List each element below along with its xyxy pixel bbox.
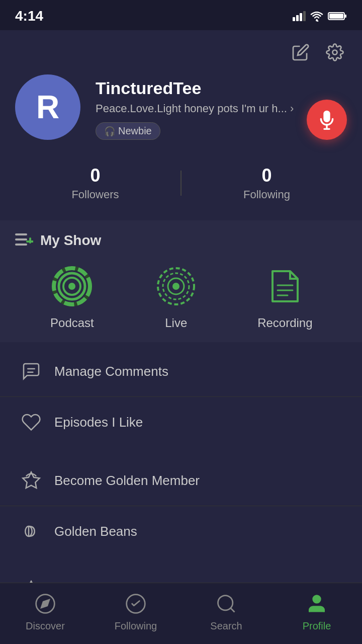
- headphone-icon: 🎧: [104, 126, 115, 137]
- nav-discover[interactable]: Discover: [0, 591, 90, 632]
- nav-following[interactable]: Following: [90, 591, 181, 632]
- recording-item[interactable]: Recording: [257, 264, 312, 330]
- menu-section-1: Manage Comments Episodes I Like: [0, 346, 362, 447]
- following-count: 0: [192, 165, 342, 186]
- menu-section-gold: Become Golden Member Golden Beans: [0, 455, 362, 556]
- svg-point-36: [218, 596, 233, 610]
- followers-stat[interactable]: 0 Followers: [20, 165, 170, 201]
- svg-point-4: [333, 50, 337, 55]
- recording-label: Recording: [257, 316, 312, 330]
- bottom-nav: Discover Following Search Profile: [0, 583, 362, 644]
- my-show-header: My Show: [15, 232, 347, 249]
- svg-point-0: [316, 20, 318, 22]
- become-golden-member-label: Become Golden Member: [54, 473, 200, 489]
- live-label: Live: [165, 316, 187, 330]
- header-toolbar: [0, 30, 362, 69]
- record-button[interactable]: [307, 100, 347, 140]
- svg-rect-11: [26, 240, 33, 243]
- my-show-section: My Show: [0, 220, 362, 342]
- svg-point-16: [68, 283, 75, 290]
- golden-beans-icon: [20, 520, 42, 542]
- status-icons: [293, 11, 347, 22]
- manage-comments-label: Manage Comments: [54, 364, 168, 379]
- nav-search[interactable]: Search: [181, 591, 272, 632]
- username: TincturedTee: [96, 78, 347, 98]
- main-content: R TincturedTee Peace.Love.Light honey po…: [0, 30, 362, 644]
- status-time: 4:14: [15, 8, 43, 24]
- user-badge: 🎧 Newbie: [96, 122, 160, 140]
- svg-line-37: [231, 608, 235, 612]
- following-stat[interactable]: 0 Following: [192, 165, 342, 201]
- golden-beans-label: Golden Beans: [54, 524, 137, 539]
- podcast-label: Podcast: [50, 316, 94, 330]
- svg-rect-7: [15, 233, 27, 235]
- svg-rect-2: [329, 14, 343, 19]
- recording-icon: [262, 264, 308, 309]
- avatar: R: [15, 74, 80, 140]
- edit-button[interactable]: [289, 40, 313, 64]
- episodes-i-like-item[interactable]: Episodes I Like: [0, 397, 362, 447]
- following-nav-icon: [123, 591, 148, 616]
- following-label: Following: [115, 620, 157, 632]
- svg-rect-3: [344, 15, 346, 18]
- manage-comments-icon: [20, 360, 42, 382]
- profile-section: R TincturedTee Peace.Love.Light honey po…: [0, 69, 362, 155]
- search-nav-icon: [214, 591, 239, 616]
- golden-beans-item[interactable]: Golden Beans: [0, 506, 362, 556]
- live-item[interactable]: Live: [153, 264, 199, 330]
- episodes-i-like-icon: [20, 411, 42, 433]
- my-show-title: My Show: [40, 232, 101, 249]
- discover-label: Discover: [26, 620, 65, 632]
- profile-nav-label: Profile: [303, 620, 331, 632]
- bio-arrow[interactable]: ›: [290, 102, 294, 115]
- svg-point-38: [313, 596, 321, 603]
- episodes-i-like-label: Episodes I Like: [54, 415, 143, 430]
- status-bar: 4:14: [0, 0, 362, 30]
- signal-icon: [293, 11, 306, 21]
- followers-count: 0: [20, 165, 170, 186]
- svg-rect-9: [15, 244, 27, 246]
- profile-nav-icon: [304, 591, 329, 616]
- nav-profile[interactable]: Profile: [272, 591, 362, 632]
- battery-icon: [328, 11, 347, 21]
- settings-button[interactable]: [323, 40, 347, 64]
- podcast-item[interactable]: Podcast: [49, 264, 95, 330]
- followers-label: Followers: [20, 188, 170, 201]
- stat-divider: [180, 171, 182, 196]
- search-label: Search: [210, 620, 242, 632]
- become-golden-member-item[interactable]: Become Golden Member: [0, 455, 362, 506]
- discover-icon: [33, 591, 58, 616]
- live-icon: [153, 264, 199, 309]
- svg-marker-34: [41, 600, 49, 608]
- wifi-icon: [310, 11, 324, 22]
- my-show-menu-icon: [15, 233, 33, 248]
- show-items: Podcast Live: [15, 264, 347, 330]
- svg-point-20: [172, 283, 179, 290]
- golden-member-icon: [20, 469, 42, 492]
- manage-comments-item[interactable]: Manage Comments: [0, 346, 362, 397]
- following-label: Following: [192, 188, 342, 201]
- stats-row: 0 Followers 0 Following: [0, 155, 362, 216]
- svg-rect-8: [15, 238, 27, 240]
- podcast-icon: [49, 264, 95, 309]
